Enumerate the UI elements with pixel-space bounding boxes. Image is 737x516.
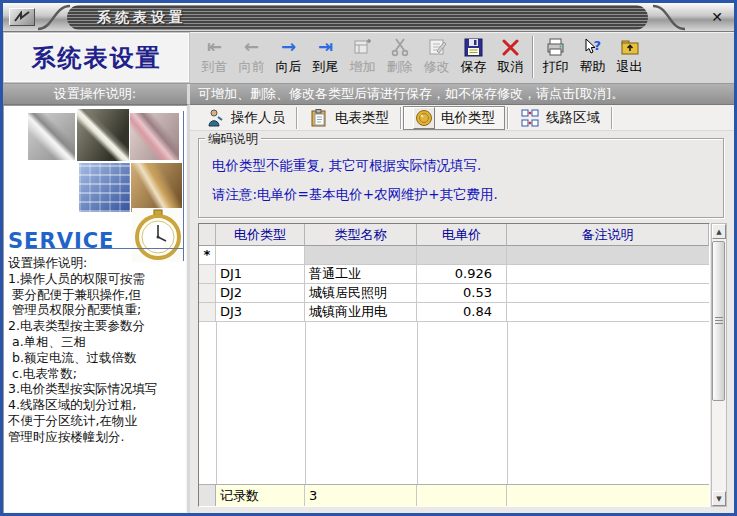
collage-books-image: [131, 163, 182, 212]
help-button[interactable]: ? 帮助: [574, 32, 611, 80]
row-selector[interactable]: [199, 265, 216, 284]
price-type-table: 电价类型 类型名称 电单价 备注说明 * DJ1 普通工业 0.926: [198, 223, 710, 507]
table-row[interactable]: DJ2 城镇居民照明 0.53: [199, 284, 709, 303]
column-header-type-name[interactable]: 类型名称: [305, 224, 417, 246]
table-footer-row: 记录数 3: [199, 484, 709, 506]
price-type-icon: [413, 107, 435, 129]
header-row: 设置操作说明: 可增加、删除、修改各类型后请进行保存，如不保存修改，请点击[取消…: [3, 84, 734, 105]
scrollbar-thumb[interactable]: [712, 241, 725, 401]
tab-separator: [507, 107, 508, 129]
tab-price-types-label: 电价类型: [441, 109, 495, 127]
next-button[interactable]: → 向后: [270, 32, 307, 80]
cell-name[interactable]: 城镇商业用电: [305, 303, 417, 322]
cancel-button[interactable]: 取消: [492, 32, 529, 80]
last-button[interactable]: ⇥ 到尾: [307, 32, 344, 80]
new-record-code-cell[interactable]: [216, 246, 305, 265]
cell-code[interactable]: DJ2: [216, 284, 305, 303]
footer-selector-cell: [199, 485, 216, 506]
save-icon: [464, 36, 483, 58]
exit-label: 退出: [617, 58, 643, 76]
svg-text:?: ?: [593, 38, 601, 53]
print-button[interactable]: 打印: [537, 32, 574, 80]
sidebar-header: 设置操作说明:: [3, 84, 190, 105]
collage-watch-image: [132, 208, 184, 262]
next-label: 向后: [276, 58, 302, 76]
column-header-remarks[interactable]: 备注说明: [507, 224, 709, 246]
new-record-row[interactable]: *: [199, 246, 709, 265]
note-line-2: 请注意:电单价=基本电价+农网维护+其它费用.: [212, 186, 498, 204]
tab-meter-types-label: 电表类型: [335, 109, 389, 127]
cell-price[interactable]: 0.53: [417, 284, 507, 303]
close-button[interactable]: ✕: [708, 8, 726, 26]
delete-label: 删除: [387, 58, 413, 76]
scroll-up-button[interactable]: ▲: [712, 224, 726, 239]
table-empty-area: [199, 322, 709, 484]
vertical-scrollbar[interactable]: ▲ ▼: [711, 223, 727, 507]
line-area-icon: [519, 107, 540, 128]
column-header-unit-price[interactable]: 电单价: [417, 224, 507, 246]
record-count-value: 3: [305, 485, 417, 506]
service-text: SERVICE: [8, 229, 114, 253]
titlebar-swoosh-left: [37, 3, 71, 32]
cancel-label: 取消: [498, 58, 524, 76]
modify-icon: [427, 36, 447, 58]
last-label: 到尾: [313, 58, 339, 76]
tab-meter-types[interactable]: 电表类型: [299, 106, 398, 130]
modify-label: 修改: [424, 58, 450, 76]
first-button: ⇤ 到首: [196, 32, 233, 80]
system-menu-button[interactable]: [9, 8, 35, 26]
page-title: 系统表设置: [3, 32, 190, 83]
new-record-marker: *: [199, 246, 216, 265]
cell-note[interactable]: [507, 265, 709, 284]
help-icon: ?: [583, 36, 603, 58]
table-row[interactable]: DJ3 城镇商业用电 0.84: [199, 303, 709, 322]
cell-price[interactable]: 0.926: [417, 265, 507, 284]
cell-name[interactable]: 城镇居民照明: [305, 284, 417, 303]
delete-button: 删除: [381, 32, 418, 80]
titlebar-stripe-band: 系统表设置: [67, 5, 648, 30]
gridline: [417, 322, 418, 484]
toolbar-row: 系统表设置 ⇤ 到首 ← 向前 → 向后 ⇥ 到尾: [3, 32, 734, 84]
cell-note[interactable]: [507, 284, 709, 303]
prev-button: ← 向前: [233, 32, 270, 80]
collage-clips-image: [130, 113, 179, 160]
body: SERVICE 设置操作说明: 1.操作人员的权限可按需 要分配便于兼职操作,但…: [3, 105, 734, 513]
tab-bar: 操作人员 电表类型: [190, 105, 734, 131]
logo-icon: [13, 11, 31, 23]
footer-empty-cell: [507, 485, 709, 506]
meter-type-icon: [308, 107, 329, 128]
record-count-label: 记录数: [216, 485, 305, 506]
tab-operators-label: 操作人员: [231, 109, 285, 127]
tab-operators[interactable]: 操作人员: [195, 106, 294, 130]
save-button[interactable]: 保存: [455, 32, 492, 80]
add-icon: [353, 36, 373, 58]
coding-notes-groupbox: 编码说明 电价类型不能重复, 其它可根据实际情况填写. 请注意:电单价=基本电价…: [198, 138, 724, 218]
selector-header-cell: [199, 224, 216, 246]
collage-line-vertical: [183, 111, 184, 261]
tab-separator: [400, 107, 401, 129]
scrollbar-track[interactable]: [712, 239, 726, 491]
help-label: 帮助: [580, 58, 606, 76]
gridline: [507, 322, 508, 484]
table-row[interactable]: DJ1 普通工业 0.926: [199, 265, 709, 284]
sidebar: SERVICE 设置操作说明: 1.操作人员的权限可按需 要分配便于兼职操作,但…: [3, 105, 190, 513]
cell-note[interactable]: [507, 303, 709, 322]
exit-button[interactable]: 退出: [611, 32, 648, 80]
cell-code[interactable]: DJ1: [216, 265, 305, 284]
gridline: [305, 322, 306, 484]
tab-price-types[interactable]: 电价类型: [403, 106, 505, 130]
scroll-down-button[interactable]: ▼: [712, 491, 726, 506]
cell-price[interactable]: 0.84: [417, 303, 507, 322]
add-label: 增加: [350, 58, 376, 76]
row-selector[interactable]: [199, 284, 216, 303]
save-label: 保存: [461, 58, 487, 76]
last-icon: ⇥: [318, 36, 333, 58]
tab-line-areas[interactable]: 线路区域: [510, 106, 609, 130]
column-header-price-type[interactable]: 电价类型: [216, 224, 305, 246]
first-label: 到首: [202, 58, 228, 76]
row-selector[interactable]: [199, 303, 216, 322]
cell-code[interactable]: DJ3: [216, 303, 305, 322]
cell-name[interactable]: 普通工业: [305, 265, 417, 284]
groupbox-legend: 编码说明: [205, 131, 261, 148]
toolbar: ⇤ 到首 ← 向前 → 向后 ⇥ 到尾: [190, 32, 734, 83]
